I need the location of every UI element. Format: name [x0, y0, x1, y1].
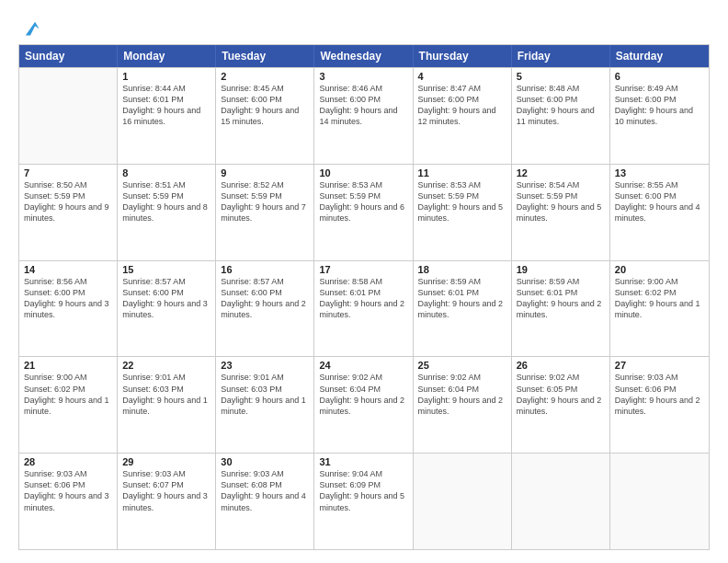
header-day-wednesday: Wednesday [314, 45, 413, 67]
day-number: 22 [122, 360, 210, 371]
day-number: 5 [517, 71, 605, 82]
day-info: Sunrise: 8:53 AM Sunset: 5:59 PM Dayligh… [418, 179, 506, 224]
header-day-saturday: Saturday [610, 45, 709, 67]
day-number: 1 [122, 71, 210, 82]
day-info: Sunrise: 9:02 AM Sunset: 6:04 PM Dayligh… [319, 372, 407, 417]
header [18, 17, 710, 37]
day-info: Sunrise: 9:03 AM Sunset: 6:08 PM Dayligh… [221, 468, 309, 513]
day-number: 30 [221, 456, 309, 467]
day-number: 21 [24, 360, 112, 371]
day-cell-21: 21Sunrise: 9:00 AM Sunset: 6:02 PM Dayli… [19, 357, 118, 453]
day-number: 13 [615, 167, 704, 178]
day-cell-22: 22Sunrise: 9:01 AM Sunset: 6:03 PM Dayli… [118, 357, 216, 453]
day-cell-31: 31Sunrise: 9:04 AM Sunset: 6:09 PM Dayli… [314, 454, 413, 549]
logo [18, 17, 40, 37]
day-number: 29 [122, 456, 210, 467]
day-cell-1: 1Sunrise: 8:44 AM Sunset: 6:01 PM Daylig… [118, 68, 216, 164]
day-info: Sunrise: 9:02 AM Sunset: 6:04 PM Dayligh… [418, 372, 506, 417]
day-info: Sunrise: 9:00 AM Sunset: 6:02 PM Dayligh… [24, 372, 112, 417]
day-cell-7: 7Sunrise: 8:50 AM Sunset: 5:59 PM Daylig… [19, 165, 118, 260]
day-info: Sunrise: 8:51 AM Sunset: 5:59 PM Dayligh… [122, 179, 210, 224]
day-cell-13: 13Sunrise: 8:55 AM Sunset: 6:00 PM Dayli… [610, 165, 709, 260]
calendar: SundayMondayTuesdayWednesdayThursdayFrid… [18, 44, 710, 550]
day-number: 18 [418, 264, 506, 275]
day-cell-12: 12Sunrise: 8:54 AM Sunset: 5:59 PM Dayli… [512, 165, 610, 260]
day-cell-8: 8Sunrise: 8:51 AM Sunset: 5:59 PM Daylig… [118, 165, 216, 260]
day-cell-26: 26Sunrise: 9:02 AM Sunset: 6:05 PM Dayli… [512, 357, 610, 453]
empty-cell [414, 454, 512, 549]
empty-cell [512, 454, 610, 549]
day-number: 16 [221, 264, 309, 275]
day-number: 11 [418, 167, 506, 178]
day-info: Sunrise: 8:44 AM Sunset: 6:01 PM Dayligh… [122, 83, 210, 128]
calendar-week-4: 21Sunrise: 9:00 AM Sunset: 6:02 PM Dayli… [19, 356, 709, 453]
day-number: 14 [24, 264, 112, 275]
day-info: Sunrise: 8:59 AM Sunset: 6:01 PM Dayligh… [517, 276, 605, 321]
day-info: Sunrise: 8:45 AM Sunset: 6:00 PM Dayligh… [221, 83, 309, 128]
day-number: 17 [319, 264, 407, 275]
day-number: 9 [221, 167, 309, 178]
page: SundayMondayTuesdayWednesdayThursdayFrid… [0, 0, 728, 563]
day-number: 2 [221, 71, 309, 82]
calendar-week-3: 14Sunrise: 8:56 AM Sunset: 6:00 PM Dayli… [19, 260, 709, 357]
day-cell-2: 2Sunrise: 8:45 AM Sunset: 6:00 PM Daylig… [216, 68, 314, 164]
day-cell-19: 19Sunrise: 8:59 AM Sunset: 6:01 PM Dayli… [512, 261, 610, 357]
day-info: Sunrise: 9:01 AM Sunset: 6:03 PM Dayligh… [221, 372, 309, 417]
day-info: Sunrise: 8:58 AM Sunset: 6:01 PM Dayligh… [319, 276, 407, 321]
calendar-week-1: 1Sunrise: 8:44 AM Sunset: 6:01 PM Daylig… [19, 67, 709, 164]
empty-cell [19, 68, 118, 164]
header-day-monday: Monday [118, 45, 216, 67]
header-day-sunday: Sunday [19, 45, 118, 67]
day-info: Sunrise: 8:48 AM Sunset: 6:00 PM Dayligh… [517, 83, 605, 128]
day-number: 28 [24, 456, 112, 467]
day-number: 27 [615, 360, 704, 371]
day-number: 3 [319, 71, 407, 82]
day-info: Sunrise: 8:50 AM Sunset: 5:59 PM Dayligh… [24, 179, 112, 224]
day-cell-5: 5Sunrise: 8:48 AM Sunset: 6:00 PM Daylig… [512, 68, 610, 164]
day-number: 10 [319, 167, 407, 178]
day-number: 26 [517, 360, 605, 371]
day-number: 7 [24, 167, 112, 178]
day-cell-20: 20Sunrise: 9:00 AM Sunset: 6:02 PM Dayli… [610, 261, 709, 357]
calendar-week-5: 28Sunrise: 9:03 AM Sunset: 6:06 PM Dayli… [19, 453, 709, 549]
day-cell-4: 4Sunrise: 8:47 AM Sunset: 6:00 PM Daylig… [414, 68, 512, 164]
day-cell-18: 18Sunrise: 8:59 AM Sunset: 6:01 PM Dayli… [414, 261, 512, 357]
day-number: 15 [122, 264, 210, 275]
day-info: Sunrise: 8:53 AM Sunset: 5:59 PM Dayligh… [319, 179, 407, 224]
day-cell-28: 28Sunrise: 9:03 AM Sunset: 6:06 PM Dayli… [19, 454, 118, 549]
day-number: 20 [615, 264, 704, 275]
day-info: Sunrise: 9:01 AM Sunset: 6:03 PM Dayligh… [122, 372, 210, 417]
day-number: 31 [319, 456, 407, 467]
day-number: 4 [418, 71, 506, 82]
day-info: Sunrise: 8:47 AM Sunset: 6:00 PM Dayligh… [418, 83, 506, 128]
day-info: Sunrise: 8:59 AM Sunset: 6:01 PM Dayligh… [418, 276, 506, 321]
day-number: 19 [517, 264, 605, 275]
day-info: Sunrise: 9:03 AM Sunset: 6:07 PM Dayligh… [122, 468, 210, 513]
day-cell-3: 3Sunrise: 8:46 AM Sunset: 6:00 PM Daylig… [314, 68, 413, 164]
day-info: Sunrise: 9:04 AM Sunset: 6:09 PM Dayligh… [319, 468, 407, 513]
day-cell-16: 16Sunrise: 8:57 AM Sunset: 6:00 PM Dayli… [216, 261, 314, 357]
day-cell-15: 15Sunrise: 8:57 AM Sunset: 6:00 PM Dayli… [118, 261, 216, 357]
day-cell-14: 14Sunrise: 8:56 AM Sunset: 6:00 PM Dayli… [19, 261, 118, 357]
day-number: 12 [517, 167, 605, 178]
day-info: Sunrise: 8:52 AM Sunset: 5:59 PM Dayligh… [221, 179, 309, 224]
calendar-header: SundayMondayTuesdayWednesdayThursdayFrid… [19, 45, 709, 67]
day-info: Sunrise: 9:02 AM Sunset: 6:05 PM Dayligh… [517, 372, 605, 417]
header-day-tuesday: Tuesday [216, 45, 314, 67]
logo-icon [20, 17, 40, 37]
header-day-thursday: Thursday [414, 45, 512, 67]
day-cell-11: 11Sunrise: 8:53 AM Sunset: 5:59 PM Dayli… [414, 165, 512, 260]
calendar-week-2: 7Sunrise: 8:50 AM Sunset: 5:59 PM Daylig… [19, 164, 709, 260]
day-number: 24 [319, 360, 407, 371]
day-info: Sunrise: 8:57 AM Sunset: 6:00 PM Dayligh… [122, 276, 210, 321]
day-cell-29: 29Sunrise: 9:03 AM Sunset: 6:07 PM Dayli… [118, 454, 216, 549]
day-info: Sunrise: 8:57 AM Sunset: 6:00 PM Dayligh… [221, 276, 309, 321]
day-info: Sunrise: 8:56 AM Sunset: 6:00 PM Dayligh… [24, 276, 112, 321]
day-info: Sunrise: 8:46 AM Sunset: 6:00 PM Dayligh… [319, 83, 407, 128]
day-info: Sunrise: 9:03 AM Sunset: 6:06 PM Dayligh… [615, 372, 704, 417]
day-info: Sunrise: 9:00 AM Sunset: 6:02 PM Dayligh… [615, 276, 704, 321]
day-number: 23 [221, 360, 309, 371]
day-cell-23: 23Sunrise: 9:01 AM Sunset: 6:03 PM Dayli… [216, 357, 314, 453]
day-info: Sunrise: 8:54 AM Sunset: 5:59 PM Dayligh… [517, 179, 605, 224]
calendar-body: 1Sunrise: 8:44 AM Sunset: 6:01 PM Daylig… [19, 67, 709, 549]
